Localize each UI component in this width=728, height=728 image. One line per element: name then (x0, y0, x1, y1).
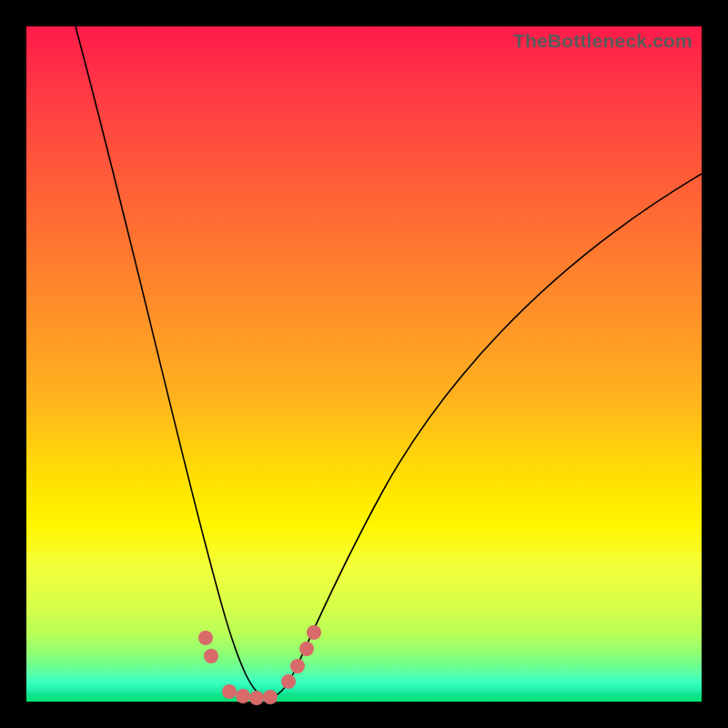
marker-dot (236, 689, 250, 703)
bottleneck-curve (76, 26, 702, 697)
marker-dot (299, 642, 314, 656)
marker-dot (307, 625, 321, 640)
marker-dot (198, 631, 213, 645)
marker-group (198, 625, 321, 705)
marker-dot (281, 674, 296, 689)
chart-overlay (26, 26, 702, 702)
marker-dot (204, 649, 218, 663)
marker-dot (263, 690, 278, 704)
marker-dot (290, 659, 305, 673)
outer-frame: TheBottleneck.com (0, 0, 728, 728)
marker-dot (222, 684, 237, 699)
marker-dot (249, 691, 264, 705)
plot-area: TheBottleneck.com (26, 26, 702, 702)
